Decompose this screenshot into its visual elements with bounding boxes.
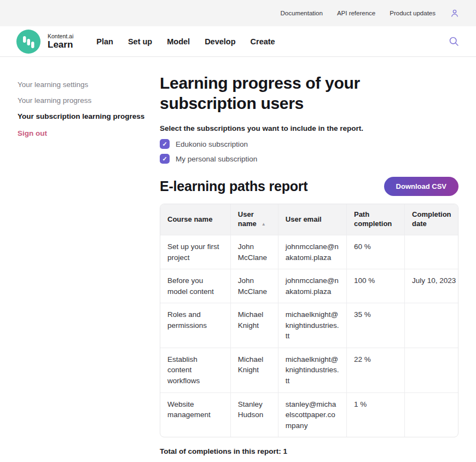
elearning-section-header: E-learning paths report Download CSV — [160, 177, 458, 196]
table-row: Website managementStanley Hudsonstanley@… — [160, 392, 458, 437]
table-cell: 60 % — [346, 235, 404, 269]
user-icon[interactable] — [450, 8, 460, 18]
check-icon: ✓ — [162, 156, 167, 162]
table-cell: stanley@michaelscottpaper.company — [278, 392, 346, 437]
table-header-row: Course nameUser name▲User emailPath comp… — [160, 204, 458, 235]
page: Documentation API reference Product upda… — [0, 0, 476, 462]
content-area: Your learning settings Your learning pro… — [0, 57, 476, 462]
table-cell: 22 % — [346, 348, 404, 392]
nav-model[interactable]: Model — [167, 37, 190, 46]
table-cell: Michael Knight — [230, 303, 278, 348]
select-subscriptions-prompt: Select the subscriptions you want to inc… — [160, 124, 458, 132]
kontent-logo-icon — [16, 30, 40, 54]
sidebar-item-learning-settings[interactable]: Your learning settings — [18, 80, 160, 90]
column-header[interactable]: Path completion — [346, 204, 404, 235]
table-cell: Before you model content — [160, 269, 230, 303]
sidebar: Your learning settings Your learning pro… — [18, 73, 160, 462]
elearning-total-completions: Total of completions in this report: 1 — [160, 447, 458, 455]
nav-create[interactable]: Create — [251, 37, 275, 46]
product-updates-link[interactable]: Product updates — [390, 10, 436, 16]
table-cell: johnmcclane@nakatomi.plaza — [278, 269, 346, 303]
documentation-link[interactable]: Documentation — [281, 10, 323, 16]
table-cell: Stanley Hudson — [230, 392, 278, 437]
table-cell: Roles and permissions — [160, 303, 230, 348]
table-row: Before you model contentJohn McClanejohn… — [160, 269, 458, 303]
sort-ascending-icon: ▲ — [262, 222, 266, 227]
table-cell — [404, 392, 458, 437]
brand-text: Kontent.ai Learn — [48, 33, 73, 50]
brand-product: Learn — [48, 39, 73, 50]
table-cell: Michael Knight — [230, 348, 278, 392]
table-cell: michaelknight@knightindustries.tt — [278, 303, 346, 348]
table-cell: John McClane — [230, 235, 278, 269]
elearning-report-title: E-learning paths report — [160, 178, 307, 194]
table-row: Roles and permissionsMichael Knightmicha… — [160, 303, 458, 348]
table-cell: July 10, 2023 — [404, 269, 458, 303]
checkbox-checked-icon: ✓ — [160, 154, 170, 164]
main-nav: Plan Set up Model Develop Create — [96, 37, 275, 46]
table-cell — [404, 303, 458, 348]
download-csv-elearning-button[interactable]: Download CSV — [384, 177, 458, 196]
table-cell: 100 % — [346, 269, 404, 303]
search-icon[interactable] — [448, 36, 460, 47]
table-cell — [404, 348, 458, 392]
table-cell: 35 % — [346, 303, 404, 348]
table-cell: 1 % — [346, 392, 404, 437]
table-cell — [404, 235, 458, 269]
table-cell: michaelknight@knightindustries.tt — [278, 348, 346, 392]
utility-bar: Documentation API reference Product upda… — [0, 0, 476, 26]
checkbox-label: My personal subscription — [176, 155, 257, 163]
sign-out-link[interactable]: Sign out — [18, 129, 160, 137]
table-cell: Website management — [160, 392, 230, 437]
kontent-logo[interactable]: Kontent.ai Learn — [16, 30, 73, 54]
table-cell: johnmcclane@nakatomi.plaza — [278, 235, 346, 269]
table-cell: John McClane — [230, 269, 278, 303]
page-title: Learning progress of your subscription u… — [160, 73, 458, 113]
sidebar-item-learning-progress[interactable]: Your learning progress — [18, 96, 160, 106]
app-header: Kontent.ai Learn Plan Set up Model Devel… — [0, 26, 476, 57]
column-header[interactable]: User name▲ — [230, 204, 278, 235]
brand-name: Kontent.ai — [48, 33, 73, 39]
column-header[interactable]: Completion date — [404, 204, 458, 235]
nav-plan[interactable]: Plan — [96, 37, 113, 46]
checkbox-label: Edukonio subscription — [176, 140, 248, 148]
nav-develop[interactable]: Develop — [205, 37, 235, 46]
table-cell: Establish content workflows — [160, 348, 230, 392]
table-row: Establish content workflowsMichael Knigh… — [160, 348, 458, 392]
sidebar-item-subscription-learning-progress[interactable]: Your subscription learning progress — [18, 112, 160, 122]
column-header[interactable]: User email — [278, 204, 346, 235]
api-reference-link[interactable]: API reference — [337, 10, 375, 16]
checkbox-personal-subscription[interactable]: ✓ My personal subscription — [160, 154, 458, 164]
nav-set-up[interactable]: Set up — [128, 37, 152, 46]
check-icon: ✓ — [162, 141, 167, 147]
table-row: Set up your first projectJohn McClanejoh… — [160, 235, 458, 269]
table-cell: Set up your first project — [160, 235, 230, 269]
checkbox-edukonio-subscription[interactable]: ✓ Edukonio subscription — [160, 139, 458, 149]
column-header[interactable]: Course name — [160, 204, 230, 235]
main-panel: Learning progress of your subscription u… — [160, 73, 458, 462]
checkbox-checked-icon: ✓ — [160, 139, 170, 149]
elearning-report-table: Course nameUser name▲User emailPath comp… — [160, 204, 458, 437]
